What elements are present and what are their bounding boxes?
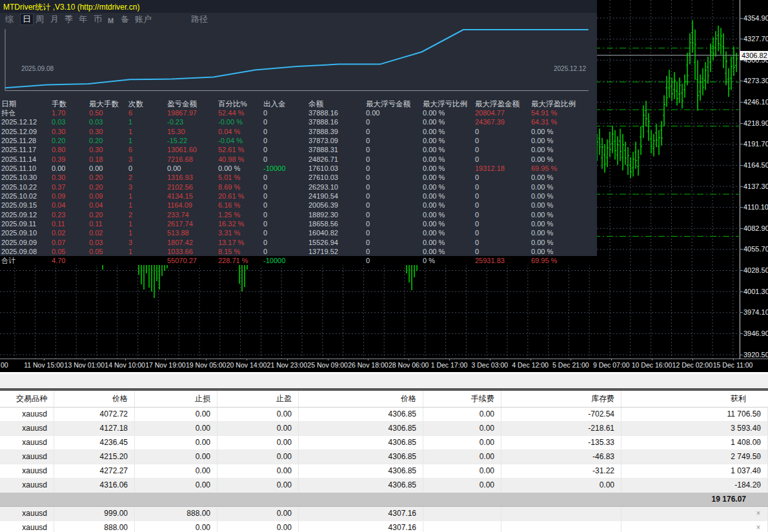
stats-cell: 0 <box>365 238 421 247</box>
order-cell: xauusd <box>0 436 54 449</box>
price-label: 3920.50 <box>743 351 768 359</box>
stats-cell: 3 <box>127 182 166 192</box>
close-order-icon[interactable]: × <box>753 521 763 532</box>
stats-row[interactable]: 2025.11.280.200.201-15.22-0.04 %037873.0… <box>0 136 597 145</box>
close-order-icon[interactable]: × <box>753 464 763 478</box>
stats-cell: 0 <box>262 117 307 126</box>
stats-cell: 日期 <box>0 99 50 108</box>
order-cell <box>0 493 54 506</box>
stats-cell: 0.05 <box>50 247 88 256</box>
stats-cell: 1 <box>127 247 166 256</box>
stats-cell: 0 <box>262 238 307 247</box>
stats-row[interactable]: 持仓1.700.50619867.9752.44 %037888.160.000… <box>0 108 597 117</box>
order-row[interactable]: xauusd4272.270.000.004306.850.00-31.221 … <box>0 464 768 478</box>
order-cell: 1 408.00 <box>621 436 768 449</box>
order-cell <box>135 493 217 506</box>
stats-cell: 25931.83 <box>474 256 530 265</box>
stats-cell: 0 <box>365 210 421 219</box>
stats-cell: 0.00 % <box>530 136 597 145</box>
order-cell: 手续费 <box>423 391 501 407</box>
order-cell: 0.00 <box>423 422 501 435</box>
time-label: 9 Dec 07:00 <box>593 361 630 369</box>
order-cell: 0.00 <box>135 408 217 421</box>
stats-cell: 0 <box>365 182 421 192</box>
close-order-icon[interactable]: × <box>753 450 763 464</box>
stats-row[interactable]: 2025.10.220.370.2032102.568.69 %026293.1… <box>0 182 597 192</box>
close-order-icon[interactable]: × <box>753 436 763 449</box>
menu-item-2[interactable]: 日 <box>20 14 34 25</box>
menu-item-6[interactable]: 年 <box>79 14 87 25</box>
close-order-icon[interactable]: × <box>753 408 763 421</box>
stats-cell: 17610.03 <box>307 164 365 173</box>
menu-item-3[interactable]: 周 <box>35 14 44 25</box>
stats-cell: 37888.31 <box>307 145 365 154</box>
stats-cell: 2025.12.12 <box>0 117 50 126</box>
equity-curve-chart[interactable] <box>0 26 597 100</box>
order-cell: 4306.85 <box>299 436 423 449</box>
order-row[interactable]: xauusd999.00888.000.004307.16× <box>0 507 768 521</box>
stats-total-row[interactable]: 合计4.7055070.27228.71 %-1000000 %25931.83… <box>0 256 597 265</box>
stats-row[interactable]: 2025.09.090.070.0331807.4213.17 %015526.… <box>0 238 597 247</box>
stats-cell: 0 <box>262 228 307 237</box>
menu-item-path[interactable]: 路径 <box>191 14 208 25</box>
order-row[interactable]: xauusd4127.180.000.004306.850.00-218.613… <box>0 422 768 436</box>
close-order-icon[interactable]: × <box>753 422 763 435</box>
stats-cell: 0.00 % <box>530 219 597 228</box>
order-cell: 4236.45 <box>54 436 135 449</box>
stats-row[interactable]: 2025.12.090.300.30115.300.04 %037888.390… <box>0 127 597 136</box>
menu-item-4[interactable]: 月 <box>50 14 59 25</box>
stats-cell: 0 <box>474 201 530 210</box>
stats-row[interactable]: 2025.09.120.230.202233.741.25 %018892.30… <box>0 210 597 219</box>
price-label: 4273.30 <box>743 77 768 84</box>
stats-row[interactable]: 2025.09.100.020.021513.883.31 %016040.82… <box>0 228 597 237</box>
stats-row[interactable]: 2025.10.300.300.2021316.935.01 %027610.0… <box>0 173 597 182</box>
menu-item-7[interactable]: 币 <box>94 14 102 25</box>
order-row[interactable]: xauusd888.000.000.004307.16× <box>0 521 768 532</box>
stats-cell: 4134.15 <box>166 192 217 201</box>
stats-cell: 0 <box>474 238 530 247</box>
stats-cell: 19867.97 <box>166 108 217 117</box>
order-row[interactable]: xauusd4215.200.000.004306.850.00-46.832 … <box>0 450 768 464</box>
order-cell: 0.00 <box>217 464 299 478</box>
stats-cell: 2025.11.28 <box>0 136 50 145</box>
menu-item-10[interactable]: 账户 <box>135 14 152 25</box>
price-label: 4218.90 <box>743 119 768 127</box>
menu-item-8[interactable]: M <box>108 15 114 26</box>
time-label: 28 Nov 06:00 <box>389 361 429 369</box>
orders-header-row: 交易品种价格止损止盈价格手续费库存费获利 <box>0 391 768 408</box>
order-cell: -46.83 <box>501 450 621 464</box>
stats-row[interactable]: 2025.10.020.090.0914134.1520.61 %024190.… <box>0 192 597 201</box>
time-tick <box>125 359 126 360</box>
stats-cell: 盈亏金额 <box>166 99 217 108</box>
stats-row[interactable]: 2025.09.110.110.1112617.7416.32 %018658.… <box>0 219 597 228</box>
stats-row[interactable]: 2025.11.170.800.30613061.6052.61 %037888… <box>0 145 597 154</box>
time-label: 17 Nov 19:00 <box>145 361 185 369</box>
stats-cell: 1 <box>127 117 166 126</box>
stats-cell: 0.20 <box>50 136 88 145</box>
stats-cell: 0.00 % <box>421 210 474 219</box>
stats-row[interactable]: 2025.11.140.390.1837216.6840.98 %024826.… <box>0 155 597 164</box>
stats-cell: 0.00 <box>88 164 127 173</box>
stats-cell: 513.88 <box>166 228 217 237</box>
price-tick <box>740 123 743 124</box>
menu-item-9[interactable]: 备 <box>121 14 129 25</box>
order-row[interactable]: xauusd4072.720.000.004306.850.00-702.541… <box>0 408 768 422</box>
order-row[interactable]: xauusd4316.060.000.004306.850.000.00-184… <box>0 478 768 493</box>
time-label: 26 Nov 18:00 <box>348 361 388 369</box>
order-cell: 0.00 <box>135 450 217 464</box>
stats-row[interactable]: 2025.09.150.040.0411164.096.16 %020056.3… <box>0 201 597 210</box>
order-cell: xauusd <box>0 422 54 435</box>
stats-row[interactable]: 2025.11.100.000.0000.000.00 %-1000017610… <box>0 164 597 173</box>
close-order-icon[interactable]: × <box>753 507 763 520</box>
order-cell: 交易品种 <box>0 391 54 407</box>
order-row[interactable]: xauusd4236.450.000.004306.850.00-135.331… <box>0 436 768 450</box>
menu-item-1[interactable]: 综 <box>5 14 14 25</box>
stats-cell: 0 <box>474 219 530 228</box>
stats-cell: 0.00 % <box>530 238 597 247</box>
stats-row[interactable]: 2025.09.080.050.0511033.668.15 %013719.5… <box>0 247 597 256</box>
order-cell: 获利 <box>621 391 768 407</box>
stats-row[interactable]: 2025.12.120.030.031-0.23-0.00 %037888.16… <box>0 117 597 126</box>
close-order-icon[interactable]: × <box>753 478 763 492</box>
menu-item-5[interactable]: 季 <box>65 14 73 25</box>
stats-cell: 2 <box>127 210 166 219</box>
